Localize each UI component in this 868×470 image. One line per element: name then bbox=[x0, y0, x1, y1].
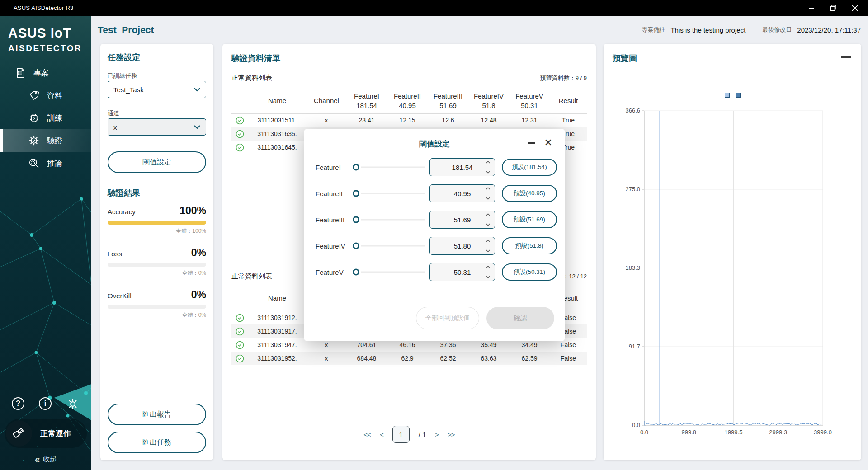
table-row[interactable]: 31113031952.x684.4862.962.5263.6362.59Fa… bbox=[231, 352, 587, 365]
validation-data-title: 驗證資料清單 bbox=[231, 53, 587, 64]
close-window-icon[interactable] bbox=[850, 3, 860, 13]
spinner-arrows[interactable] bbox=[486, 213, 491, 226]
current-page-box[interactable]: 1 bbox=[392, 426, 410, 443]
sidebar-item-training[interactable]: 訓練 bbox=[0, 107, 91, 129]
threshold-value-input[interactable]: 50.31 bbox=[429, 263, 495, 281]
export-report-button[interactable]: 匯出報告 bbox=[108, 404, 206, 425]
cell-value: 23.41 bbox=[346, 113, 387, 127]
prev-page-button[interactable]: < bbox=[380, 431, 383, 438]
sidebar-item-validation[interactable]: 驗證 bbox=[0, 129, 91, 152]
legend-swatch-series-dark bbox=[736, 93, 741, 98]
slider-thumb[interactable] bbox=[353, 164, 359, 171]
threshold-value-input[interactable]: 40.95 bbox=[429, 184, 495, 202]
modified-label: 最後修改日 bbox=[762, 26, 792, 34]
metric-label: Loss bbox=[108, 250, 122, 258]
svg-text:275.0: 275.0 bbox=[625, 186, 640, 193]
info-icon[interactable]: i bbox=[39, 397, 52, 410]
spinner-arrows[interactable] bbox=[486, 187, 491, 200]
confirm-button[interactable]: 確認 bbox=[486, 307, 554, 329]
cell-name: 31113031645. bbox=[248, 141, 307, 154]
task-settings-title: 任務設定 bbox=[108, 52, 206, 63]
window-title: ASUS AISDetector R3 bbox=[14, 5, 73, 11]
slider-track[interactable] bbox=[361, 245, 425, 247]
sidebar-item-label: 資料 bbox=[47, 90, 62, 101]
chart-legend bbox=[604, 93, 861, 98]
threshold-settings-button[interactable]: 閾值設定 bbox=[108, 151, 206, 173]
slider-track[interactable] bbox=[361, 219, 425, 221]
tag-icon bbox=[28, 89, 40, 101]
preview-chart: 0.091.7183.3275.0366.60.0999.81999.52999… bbox=[610, 102, 854, 450]
settings-gear-icon[interactable] bbox=[66, 397, 80, 411]
slider-track[interactable] bbox=[361, 193, 425, 194]
default-value-button[interactable]: 預設(50.31) bbox=[502, 263, 557, 281]
sidebar-item-project[interactable]: 專案 bbox=[0, 61, 91, 84]
threshold-row-featurev: FeatureV50.31預設(50.31) bbox=[304, 262, 565, 282]
slider-track[interactable] bbox=[361, 167, 425, 168]
project-note-label: 專案備註 bbox=[642, 26, 665, 34]
preview-chart-card: 預覽圖 0.091.7183.3275.0366.60.0999.81999.5… bbox=[604, 44, 861, 460]
next-page-button[interactable]: > bbox=[435, 431, 439, 438]
cell-value: 12.31 bbox=[509, 113, 550, 127]
threshold-value: 40.95 bbox=[454, 190, 471, 197]
restore-window-icon[interactable] bbox=[828, 3, 838, 13]
cell-value: 12.48 bbox=[468, 113, 509, 127]
cell-name: 31113031912. bbox=[248, 311, 307, 324]
device-status-pill: 正常運作 bbox=[5, 419, 87, 448]
last-page-button[interactable]: >> bbox=[448, 431, 455, 438]
cell-result: True bbox=[550, 113, 587, 127]
sidebar-item-label: 專案 bbox=[33, 68, 49, 78]
spinner-arrows[interactable] bbox=[486, 239, 491, 253]
chevron-down-icon bbox=[194, 125, 200, 129]
collapse-label: 收起 bbox=[43, 455, 57, 464]
threshold-value: 181.54 bbox=[452, 164, 473, 171]
sidebar-item-inference[interactable]: 推論 bbox=[0, 152, 91, 174]
page-total-label: / 1 bbox=[419, 431, 426, 438]
slider-thumb[interactable] bbox=[353, 190, 359, 197]
minimize-window-icon[interactable] bbox=[807, 3, 816, 13]
table-row[interactable]: 31113031511.x23.4112.1512.612.4812.31Tru… bbox=[231, 113, 587, 127]
legend-swatch-series-light bbox=[725, 93, 730, 98]
check-column-header bbox=[231, 88, 248, 113]
threshold-modal-title: 閾值設定 bbox=[304, 139, 565, 149]
first-page-button[interactable]: << bbox=[363, 431, 371, 438]
default-value-button[interactable]: 預設(181.54) bbox=[502, 159, 557, 176]
modal-close-icon[interactable]: ✕ bbox=[544, 138, 552, 148]
threshold-value-input[interactable]: 51.69 bbox=[429, 211, 495, 229]
channel-value: x bbox=[113, 123, 117, 131]
spinner-arrows[interactable] bbox=[486, 160, 491, 174]
default-value-button[interactable]: 預設(51.69) bbox=[502, 211, 557, 228]
cell-value: 62.9 bbox=[387, 352, 428, 365]
channel-select[interactable]: x bbox=[108, 118, 206, 136]
threshold-row-featurei: FeatureI181.54預設(181.54) bbox=[304, 157, 565, 177]
slider-thumb[interactable] bbox=[353, 216, 359, 223]
spinner-arrows[interactable] bbox=[486, 265, 491, 279]
check-circle-icon bbox=[231, 352, 248, 365]
collapse-sidebar-button[interactable]: « 收起 bbox=[0, 448, 91, 470]
app-window: ASUS AISDetector R3 bbox=[0, 0, 868, 470]
reset-all-defaults-button[interactable]: 全部回到預設值 bbox=[416, 307, 479, 329]
default-value-button[interactable]: 預設(40.95) bbox=[502, 185, 557, 202]
logo-line2: AISDETECTOR bbox=[8, 43, 91, 53]
threshold-value-input[interactable]: 181.54 bbox=[429, 158, 495, 176]
metric-label: Accuracy bbox=[108, 208, 136, 216]
slider-track[interactable] bbox=[361, 272, 425, 273]
trained-task-select[interactable]: Test_Task bbox=[108, 81, 206, 98]
slider-thumb[interactable] bbox=[353, 269, 359, 276]
cell-name: 31113031917. bbox=[248, 324, 307, 338]
export-task-button[interactable]: 匯出任務 bbox=[108, 432, 206, 453]
logo-line1: ASUS IoT bbox=[8, 26, 91, 41]
metric-progress-bar bbox=[108, 221, 206, 225]
modal-minimize-icon[interactable] bbox=[528, 142, 535, 144]
metric-overall: 全體：0% bbox=[108, 311, 206, 319]
collapse-panel-icon[interactable] bbox=[841, 56, 851, 58]
threshold-value-input[interactable]: 51.80 bbox=[429, 237, 495, 255]
help-icon[interactable]: ? bbox=[12, 397, 24, 410]
check-circle-icon bbox=[231, 311, 248, 324]
feature-label: FeatureIV bbox=[316, 242, 345, 250]
slider-thumb[interactable] bbox=[353, 243, 359, 249]
default-value-button[interactable]: 預設(51.8) bbox=[502, 237, 557, 254]
cell-value: 12.6 bbox=[428, 113, 468, 127]
sidebar: ASUS IoT AISDETECTOR 專案資料訓練驗證推論 ? i bbox=[0, 16, 91, 470]
threshold-value: 51.80 bbox=[454, 242, 471, 250]
sidebar-item-data[interactable]: 資料 bbox=[0, 84, 91, 107]
